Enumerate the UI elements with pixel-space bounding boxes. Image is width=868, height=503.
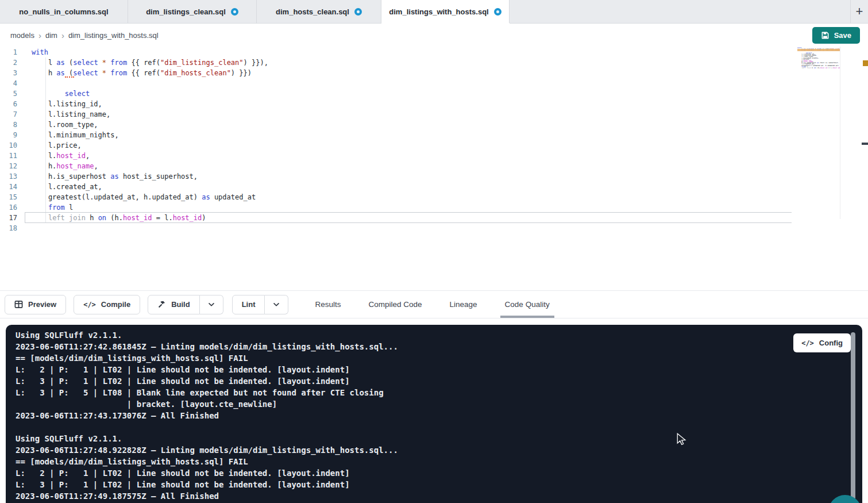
save-button[interactable]: Save: [812, 27, 860, 44]
chevron-right-icon: ›: [61, 30, 64, 40]
lint-button-group: Lint: [232, 295, 289, 314]
overview-ruler-cursor-mark: [862, 143, 868, 145]
tab-no-nulls-in-columns[interactable]: no_nulls_in_columns.sql: [0, 0, 128, 23]
code-editor[interactable]: 123456789101112131415161718 with l as (s…: [0, 47, 868, 290]
code-area[interactable]: with l as (select * from {{ ref("dim_lis…: [32, 47, 788, 233]
overview-ruler-warning-mark: [863, 60, 868, 66]
lint-label: Lint: [242, 300, 256, 309]
code-icon: </>: [801, 339, 814, 347]
tab-compiled-code[interactable]: Compiled Code: [367, 291, 423, 318]
hammer-icon: [157, 300, 166, 309]
config-button[interactable]: </> Config: [793, 333, 851, 352]
new-tab-button[interactable]: +: [850, 0, 868, 23]
tab-label: Compiled Code: [368, 300, 422, 309]
chevron-right-icon: ›: [38, 30, 41, 40]
line-number-gutter: 123456789101112131415161718: [0, 47, 24, 233]
plus-icon: +: [856, 4, 863, 19]
build-button[interactable]: Build: [148, 295, 200, 314]
tab-label: Code Quality: [505, 300, 550, 309]
tab-label: Lineage: [450, 300, 477, 309]
build-label: Build: [171, 300, 190, 309]
lint-options-button[interactable]: [265, 295, 288, 314]
tab-label: dim_listings_with_hosts.sql: [389, 7, 488, 16]
minimap-divider: [840, 47, 840, 219]
breadcrumb-item-models[interactable]: models: [10, 31, 34, 40]
chevron-down-icon: [207, 301, 215, 309]
tab-lineage[interactable]: Lineage: [449, 291, 479, 318]
unsaved-changes-icon: [231, 8, 238, 16]
tab-label: dim_hosts_clean.sql: [276, 7, 349, 16]
preview-label: Preview: [28, 300, 56, 309]
build-options-button[interactable]: [200, 295, 223, 314]
unsaved-changes-icon: [494, 8, 501, 16]
code-icon: </>: [83, 301, 96, 309]
tab-results[interactable]: Results: [314, 291, 342, 318]
unsaved-changes-icon: [354, 8, 362, 16]
terminal-scrollbar[interactable]: [851, 332, 855, 500]
compile-button[interactable]: </> Compile: [74, 295, 140, 314]
compile-label: Compile: [101, 300, 130, 309]
terminal-panel: Using SQLFluff v2.1.1. 2023-06-06T11:27:…: [6, 325, 862, 503]
breadcrumb-item-dim[interactable]: dim: [45, 31, 57, 40]
tab-dim-listings-clean[interactable]: dim_listings_clean.sql: [128, 0, 257, 23]
ide-window: no_nulls_in_columns.sql dim_listings_cle…: [0, 0, 868, 503]
tab-label: Results: [315, 300, 341, 309]
tab-label: no_nulls_in_columns.sql: [19, 7, 108, 16]
chevron-down-icon: [272, 301, 280, 309]
action-bar: Preview </> Compile Build Lint: [0, 290, 868, 318]
minimap-warning-band: [797, 49, 840, 51]
terminal-output: Using SQLFluff v2.1.1. 2023-06-06T11:27:…: [6, 325, 862, 502]
breadcrumb: models › dim › dim_listings_with_hosts.s…: [10, 30, 159, 40]
tab-dim-hosts-clean[interactable]: dim_hosts_clean.sql: [257, 0, 381, 23]
build-button-group: Build: [148, 295, 223, 314]
tab-code-quality[interactable]: Code Quality: [504, 291, 551, 318]
table-icon: [14, 300, 23, 309]
lint-button[interactable]: Lint: [232, 295, 265, 314]
config-label: Config: [819, 339, 843, 347]
lint-warning-squiggle: [65, 76, 74, 78]
save-label: Save: [834, 31, 851, 40]
file-tab-bar: no_nulls_in_columns.sql dim_listings_cle…: [0, 0, 868, 24]
result-panel-tabs: Results Compiled Code Lineage Code Quali…: [314, 291, 550, 318]
preview-button[interactable]: Preview: [5, 295, 66, 314]
tab-label: dim_listings_clean.sql: [146, 7, 226, 16]
tab-dim-listings-with-hosts[interactable]: dim_listings_with_hosts.sql: [381, 0, 510, 23]
floppy-disk-icon: [821, 31, 830, 40]
editor-header: models › dim › dim_listings_with_hosts.s…: [0, 24, 868, 47]
breadcrumb-item-file[interactable]: dim_listings_with_hosts.sql: [68, 31, 159, 40]
